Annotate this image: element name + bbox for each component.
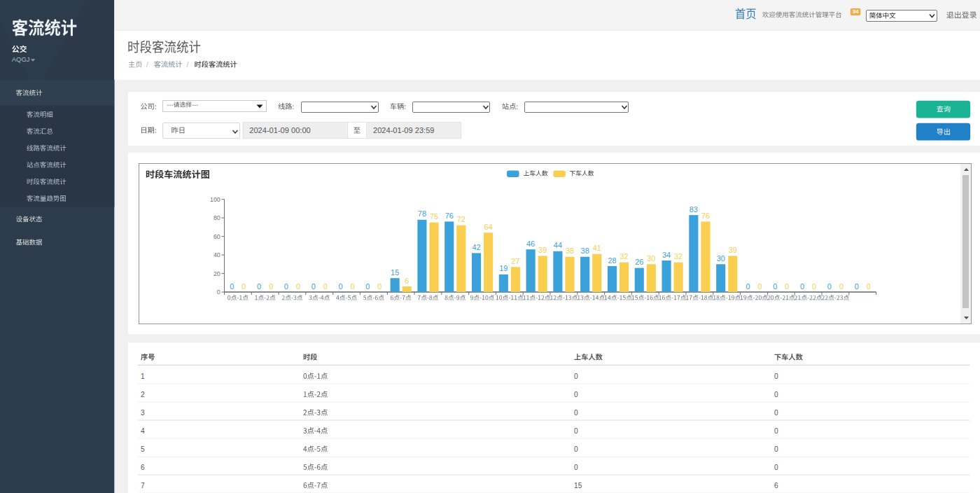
svg-text:0: 0	[758, 282, 762, 291]
svg-text:0: 0	[774, 391, 778, 398]
svg-text:2024-01-09 00:00: 2024-01-09 00:00	[249, 126, 310, 134]
svg-text:0: 0	[773, 282, 777, 291]
svg-text:40: 40	[214, 251, 220, 258]
svg-text:0: 0	[774, 409, 778, 417]
svg-text:38: 38	[566, 246, 574, 255]
svg-text:0: 0	[296, 282, 300, 291]
svg-text:4: 4	[141, 427, 145, 435]
svg-text:0: 0	[338, 282, 342, 291]
svg-text:6: 6	[405, 277, 409, 285]
svg-text:0: 0	[774, 445, 778, 453]
svg-text:76: 76	[701, 211, 710, 220]
svg-text:83: 83	[690, 205, 698, 214]
svg-text:26: 26	[635, 258, 643, 266]
svg-text:0: 0	[574, 464, 578, 471]
svg-text:38: 38	[581, 246, 589, 255]
svg-text:34: 34	[662, 251, 671, 259]
svg-text:30: 30	[717, 254, 725, 263]
svg-text:2: 2	[141, 391, 145, 398]
svg-text:0: 0	[312, 282, 316, 291]
svg-text:80: 80	[214, 214, 220, 221]
svg-text:0: 0	[800, 282, 804, 291]
svg-text:0: 0	[839, 282, 844, 291]
svg-text:/: /	[187, 61, 189, 69]
svg-text:3: 3	[141, 409, 145, 417]
svg-text:100: 100	[210, 196, 220, 203]
svg-text:0: 0	[574, 427, 578, 435]
svg-text:0: 0	[377, 282, 382, 291]
svg-text:34: 34	[853, 8, 859, 15]
svg-text:0: 0	[257, 282, 261, 291]
svg-text:0: 0	[774, 427, 778, 435]
svg-text:0: 0	[217, 289, 220, 296]
svg-text:41: 41	[593, 244, 601, 252]
svg-text:6: 6	[141, 464, 145, 471]
svg-text:7: 7	[141, 482, 145, 489]
svg-text:78: 78	[418, 209, 426, 218]
svg-text:32: 32	[674, 252, 682, 261]
svg-text:0: 0	[827, 282, 832, 291]
svg-text:46: 46	[526, 239, 535, 248]
svg-text:0: 0	[855, 282, 859, 291]
svg-text:0: 0	[269, 282, 273, 291]
svg-text:15: 15	[391, 268, 399, 277]
svg-text:0: 0	[574, 373, 578, 380]
svg-text:19: 19	[499, 264, 507, 272]
svg-text:1: 1	[141, 373, 145, 380]
svg-text:6: 6	[774, 482, 778, 489]
svg-text:0: 0	[812, 282, 816, 291]
svg-text:42: 42	[472, 243, 480, 251]
svg-text:60: 60	[214, 233, 220, 240]
svg-text:32: 32	[620, 252, 628, 261]
svg-text:2024-01-09 23:59: 2024-01-09 23:59	[373, 126, 434, 134]
svg-text:76: 76	[445, 211, 454, 220]
svg-text:39: 39	[729, 246, 737, 254]
svg-text:27: 27	[511, 257, 519, 265]
svg-text:39: 39	[538, 246, 547, 254]
svg-text:64: 64	[484, 223, 493, 231]
svg-text:0: 0	[774, 464, 778, 471]
svg-text:44: 44	[554, 241, 562, 249]
svg-text:0: 0	[323, 282, 328, 291]
svg-text:15: 15	[574, 482, 582, 489]
svg-text:0: 0	[574, 391, 578, 398]
svg-text:0: 0	[284, 282, 288, 291]
svg-text:0: 0	[774, 373, 778, 380]
svg-text:0: 0	[351, 282, 355, 291]
svg-text:/: /	[146, 61, 148, 69]
svg-text:75: 75	[430, 212, 438, 221]
svg-text:AQGJ: AQGJ	[12, 55, 30, 63]
svg-text:0: 0	[230, 282, 234, 291]
svg-text:28: 28	[608, 256, 616, 265]
svg-text:0: 0	[574, 445, 578, 453]
svg-text:0: 0	[746, 282, 750, 291]
svg-text:72: 72	[457, 215, 465, 223]
svg-text:0: 0	[785, 282, 789, 291]
svg-text:0: 0	[867, 282, 871, 291]
svg-text:0: 0	[241, 282, 246, 291]
svg-text:0: 0	[574, 409, 578, 417]
svg-text:30: 30	[647, 254, 655, 263]
svg-text:20: 20	[214, 270, 220, 277]
svg-text:0: 0	[365, 282, 370, 291]
svg-text:5: 5	[141, 445, 145, 453]
